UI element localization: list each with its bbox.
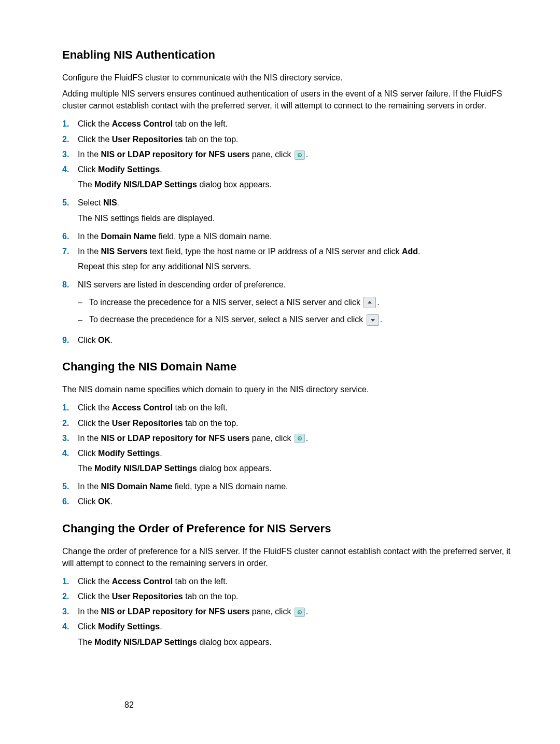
step-number: 3. <box>62 148 78 160</box>
dash-bullet: – <box>78 314 89 326</box>
svg-point-1 <box>299 155 300 156</box>
step-list: 1. Click the Access Control tab on the l… <box>62 575 524 651</box>
step-item: 3. In the NIS or LDAP repository for NFS… <box>62 432 524 444</box>
step-list: 1. Click the Access Control tab on the l… <box>62 118 524 346</box>
step-item: 6. In the Domain Name field, type a NIS … <box>62 230 524 242</box>
step-text: Click the User Repositories tab on the t… <box>78 417 524 429</box>
step-number: 4. <box>62 621 78 632</box>
step-text: Click the User Repositories tab on the t… <box>78 133 524 145</box>
step-text: In the NIS or LDAP repository for NFS us… <box>78 432 524 444</box>
step-text: Click the Access Control tab on the left… <box>78 402 524 414</box>
page-number: 82 <box>124 699 134 711</box>
step-number: 5. <box>62 197 78 209</box>
step-item: 1. Click the Access Control tab on the l… <box>62 402 524 414</box>
step-item: 2. Click the User Repositories tab on th… <box>62 417 524 429</box>
section-heading: Enabling NIS Authentication <box>62 47 524 63</box>
step-text: Click Modify Settings. The Modify NIS/LD… <box>78 447 524 477</box>
step-text: Click OK. <box>78 495 524 507</box>
step-number: 9. <box>62 334 78 346</box>
up-arrow-icon <box>363 297 376 308</box>
step-text: In the NIS Domain Name field, type a NIS… <box>78 480 524 492</box>
step-item: 4. Click Modify Settings. The Modify NIS… <box>62 163 524 194</box>
step-item: 2. Click the User Repositories tab on th… <box>62 590 524 602</box>
sub-list: – To increase the precedence for a NIS s… <box>78 296 524 326</box>
gear-icon <box>295 150 305 160</box>
step-item: 2. Click the User Repositories tab on th… <box>62 133 524 145</box>
sub-item: – To increase the precedence for a NIS s… <box>78 296 524 309</box>
gear-icon <box>295 608 305 617</box>
step-number: 1. <box>62 118 78 130</box>
step-text: Select NIS. The NIS settings fields are … <box>78 197 524 227</box>
step-text: Click Modify Settings. The Modify NIS/LD… <box>78 163 524 194</box>
step-item: 1. Click the Access Control tab on the l… <box>62 575 524 587</box>
step-number: 3. <box>62 605 78 617</box>
step-text: Click the Access Control tab on the left… <box>78 118 524 130</box>
step-item: 8. NIS servers are listed in descending … <box>62 279 524 331</box>
gear-icon <box>295 434 305 443</box>
step-number: 6. <box>62 495 78 507</box>
step-text: In the NIS or LDAP repository for NFS us… <box>78 605 524 617</box>
step-item: 1. Click the Access Control tab on the l… <box>62 118 524 130</box>
step-text: Click OK. <box>78 334 524 346</box>
step-text: Click the Access Control tab on the left… <box>78 575 524 587</box>
section-heading: Changing the Order of Preference for NIS… <box>62 520 524 537</box>
step-text: In the NIS Servers text field, type the … <box>78 245 524 275</box>
step-number: 7. <box>62 245 78 257</box>
step-item: 3. In the NIS or LDAP repository for NFS… <box>62 148 524 160</box>
intro-text: Adding multiple NIS servers ensures cont… <box>62 88 524 112</box>
step-text: In the Domain Name field, type a NIS dom… <box>78 230 524 242</box>
step-item: 4. Click Modify Settings. The Modify NIS… <box>62 621 524 651</box>
step-number: 6. <box>62 230 78 242</box>
step-number: 1. <box>62 402 78 414</box>
step-item: 4. Click Modify Settings. The Modify NIS… <box>62 447 524 477</box>
dash-bullet: – <box>78 296 89 308</box>
step-item: 9. Click OK. <box>62 334 524 346</box>
step-item: 5. In the NIS Domain Name field, type a … <box>62 480 524 492</box>
sub-item: – To decrease the precedence for a NIS s… <box>78 313 524 326</box>
step-number: 5. <box>62 480 78 492</box>
step-list: 1. Click the Access Control tab on the l… <box>62 402 524 507</box>
step-number: 8. <box>62 279 78 291</box>
step-number: 3. <box>62 432 78 444</box>
step-number: 2. <box>62 590 78 602</box>
step-item: 7. In the NIS Servers text field, type t… <box>62 245 524 275</box>
step-number: 1. <box>62 575 78 587</box>
intro-text: Configure the FluidFS cluster to communi… <box>62 72 524 84</box>
step-text: Click Modify Settings. The Modify NIS/LD… <box>78 621 524 651</box>
step-text: In the NIS or LDAP repository for NFS us… <box>78 148 524 160</box>
step-number: 4. <box>62 447 78 459</box>
step-item: 5. Select NIS. The NIS settings fields a… <box>62 197 524 227</box>
svg-point-5 <box>299 612 300 613</box>
down-arrow-icon <box>367 314 379 326</box>
step-number: 2. <box>62 417 78 429</box>
intro-text: Change the order of preference for a NIS… <box>62 545 524 569</box>
step-text: Click the User Repositories tab on the t… <box>78 590 524 602</box>
step-text: NIS servers are listed in descending ord… <box>78 279 524 331</box>
svg-point-3 <box>299 438 300 439</box>
step-number: 2. <box>62 133 78 145</box>
step-item: 6. Click OK. <box>62 495 524 507</box>
step-item: 3. In the NIS or LDAP repository for NFS… <box>62 605 524 617</box>
intro-text: The NIS domain name specifies which doma… <box>62 383 524 395</box>
step-number: 4. <box>62 163 78 175</box>
section-heading: Changing the NIS Domain Name <box>62 359 524 375</box>
